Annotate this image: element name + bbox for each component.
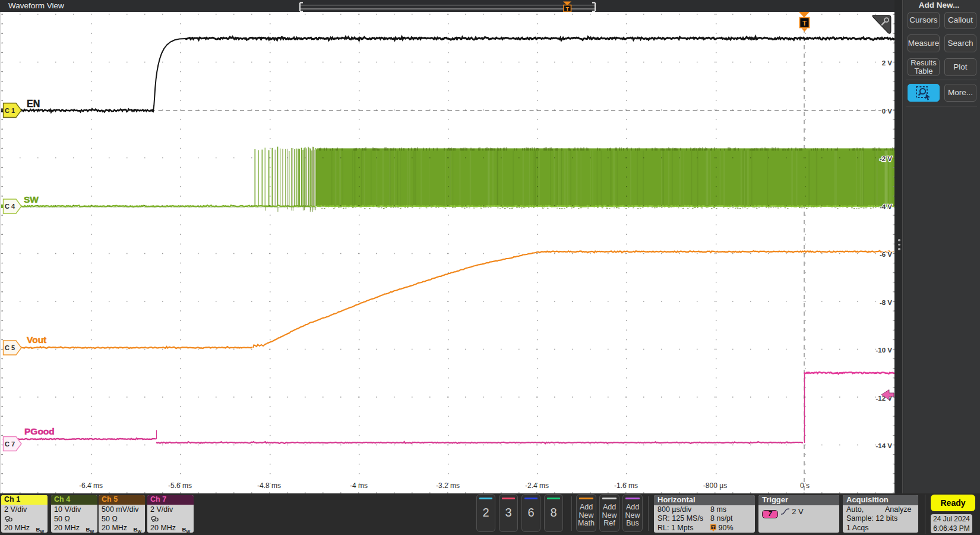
svg-text:-800 µs: -800 µs [703, 482, 727, 490]
svg-text:-5.6 ms: -5.6 ms [168, 482, 192, 490]
svg-text:-6 V: -6 V [880, 251, 892, 258]
svg-text:EN: EN [27, 99, 40, 109]
svg-text:SW: SW [24, 194, 39, 204]
svg-text:T: T [712, 525, 715, 529]
svg-text:-14 V: -14 V [876, 442, 893, 449]
svg-text:C 7: C 7 [5, 440, 15, 448]
svg-text:-4 V: -4 V [880, 203, 892, 210]
svg-text:-8 V: -8 V [880, 299, 892, 306]
svg-text:C 1: C 1 [5, 107, 15, 114]
svg-text:T: T [802, 20, 807, 27]
svg-text:0 s: 0 s [800, 482, 810, 490]
svg-text:C 5: C 5 [5, 344, 15, 351]
svg-text:Vout: Vout [27, 335, 46, 345]
svg-text:T: T [566, 6, 570, 12]
svg-text:-2.4 ms: -2.4 ms [525, 482, 549, 490]
svg-text:2 V: 2 V [882, 59, 893, 67]
svg-text:C 4: C 4 [5, 203, 15, 210]
svg-text:-3.2 ms: -3.2 ms [436, 482, 460, 490]
svg-text:-10 V: -10 V [876, 347, 893, 354]
svg-text:-6.4 ms: -6.4 ms [79, 482, 103, 490]
svg-text:-1.6 ms: -1.6 ms [614, 482, 638, 490]
svg-text:PGood: PGood [24, 426, 55, 436]
svg-text:0 V: 0 V [882, 108, 893, 115]
svg-text:-2 V: -2 V [880, 155, 892, 162]
svg-text:-4.8 ms: -4.8 ms [257, 482, 281, 490]
svg-text:-4 ms: -4 ms [350, 482, 368, 490]
